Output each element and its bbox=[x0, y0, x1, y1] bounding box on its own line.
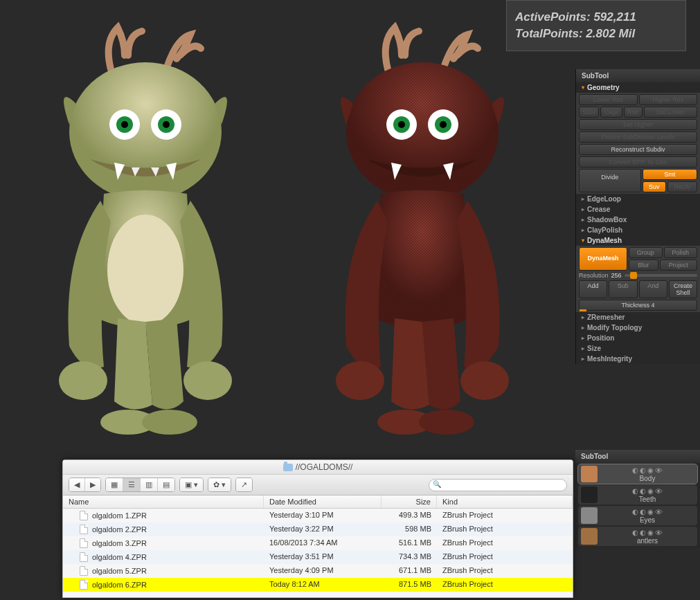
table-row[interactable]: olgaldom 1.ZPRYesterday 3:10 PM499.3 MBZ… bbox=[63, 509, 573, 522]
cage-button[interactable]: Cage bbox=[600, 107, 622, 118]
geometry-header[interactable]: Geometry bbox=[576, 82, 700, 93]
resolution-value: 256 bbox=[611, 272, 622, 279]
svg-point-8 bbox=[59, 361, 107, 400]
subtool-item[interactable]: ◐◐◉antlers bbox=[578, 527, 697, 546]
dynamesh-group[interactable]: Group bbox=[629, 247, 663, 258]
divide-button[interactable]: Divide bbox=[579, 169, 641, 192]
search-field[interactable] bbox=[429, 479, 567, 491]
character-render-wireframe bbox=[298, 14, 547, 443]
finder-column-headers: Name Date Modified Size Kind bbox=[63, 496, 573, 509]
smt-toggle[interactable]: Smt bbox=[643, 169, 698, 180]
table-row[interactable]: olgaldom 4.ZPRYesterday 3:51 PM734.3 MBZ… bbox=[63, 550, 573, 564]
subtool-list-panel: SubTool ◐◐◉Body◐◐◉Teeth◐◐◉Eyes◐◐◉antlers bbox=[575, 450, 700, 547]
thickness-slider[interactable]: Thickness 4 bbox=[579, 300, 697, 311]
back-button[interactable]: ◀ bbox=[69, 478, 85, 491]
svg-point-6 bbox=[163, 121, 170, 128]
search-input[interactable] bbox=[443, 481, 561, 489]
finder-rows: olgaldom 1.ZPRYesterday 3:10 PM499.3 MBZ… bbox=[63, 509, 573, 592]
column-date[interactable]: Date Modified bbox=[264, 496, 382, 508]
dynamesh-header[interactable]: DynaMesh bbox=[576, 235, 700, 246]
column-name[interactable]: Name bbox=[63, 496, 264, 508]
dynamesh-button[interactable]: DynaMesh bbox=[579, 247, 627, 271]
dynamesh-polish[interactable]: Polish bbox=[664, 247, 697, 258]
total-points-value: 2.802 Mil bbox=[586, 27, 635, 40]
forward-button[interactable]: ▶ bbox=[85, 478, 100, 491]
shadowbox-header[interactable]: ShadowBox bbox=[576, 215, 700, 225]
create-shell-button[interactable]: Create Shell bbox=[669, 280, 697, 298]
arrange-button[interactable]: ▣ ▾ bbox=[180, 478, 203, 491]
dynamesh-add[interactable]: Add bbox=[579, 280, 607, 298]
sdiv-slider[interactable]: SDiv bbox=[579, 107, 599, 118]
del-lower-button[interactable]: Del Lower bbox=[644, 107, 697, 118]
size-header[interactable]: Size bbox=[576, 343, 700, 354]
coverflow-view-button[interactable]: ▤ bbox=[158, 478, 174, 491]
convert-bpr-button[interactable]: Convert BPR To Geo bbox=[579, 156, 697, 167]
higher-res-button[interactable]: Higher Res bbox=[639, 94, 698, 105]
suv-toggle[interactable]: Suv bbox=[643, 181, 667, 192]
subtool-thumb bbox=[581, 487, 598, 503]
eye-icon[interactable] bbox=[655, 529, 663, 537]
share-button[interactable]: ↗ bbox=[236, 478, 252, 491]
subtool-toggles[interactable]: ◐◐◉ bbox=[632, 529, 663, 537]
freeze-subdiv-button[interactable]: Freeze SubDivision Levels bbox=[579, 131, 697, 143]
active-points-label: ActivePoints: bbox=[515, 10, 591, 24]
table-row[interactable]: olgaldom 3.ZPR16/08/2013 7:34 AM516.1 MB… bbox=[63, 536, 573, 550]
claypolish-header[interactable]: ClayPolish bbox=[576, 225, 700, 235]
column-view-button[interactable]: ▥ bbox=[141, 478, 158, 491]
nav-buttons: ◀ ▶ bbox=[69, 478, 101, 492]
subtool-thumb bbox=[581, 507, 598, 524]
crease-header[interactable]: Crease bbox=[576, 204, 700, 215]
reuv-button[interactable]: ReUV bbox=[667, 181, 697, 192]
resolution-label: Resolution bbox=[579, 272, 609, 279]
tool-panel: SubTool Geometry Lower Res Higher Res SD… bbox=[575, 69, 700, 364]
subtool-section-header[interactable]: SubTool bbox=[576, 69, 700, 82]
subtool-toggles[interactable]: ◐◐◉ bbox=[632, 508, 663, 516]
subtool-item[interactable]: ◐◐◉Body bbox=[578, 464, 697, 484]
table-row[interactable]: olgaldom 5.ZPRYesterday 4:09 PM671.1 MBZ… bbox=[63, 564, 573, 578]
svg-point-22 bbox=[460, 361, 509, 400]
modify-topology-header[interactable]: Modify Topology bbox=[576, 322, 700, 333]
subtool-thumb bbox=[581, 466, 598, 482]
mesh-integrity-header[interactable]: MeshIntegrity bbox=[576, 354, 700, 364]
viewport[interactable] bbox=[0, 0, 573, 460]
list-view-button[interactable]: ☰ bbox=[123, 478, 141, 491]
subtool-item[interactable]: ◐◐◉Teeth bbox=[578, 485, 697, 504]
subtool-toggles[interactable]: ◐◐◉ bbox=[632, 466, 663, 475]
eye-icon[interactable] bbox=[655, 508, 663, 516]
position-header[interactable]: Position bbox=[576, 333, 700, 343]
dynamesh-sub[interactable]: Sub bbox=[609, 280, 638, 298]
active-points-value: 592,211 bbox=[593, 10, 636, 24]
table-row[interactable]: olgaldom 2.ZPRYesterday 3:22 PM598 MBZBr… bbox=[63, 522, 573, 536]
dynamesh-and[interactable]: And bbox=[639, 280, 668, 298]
dynamesh-blur[interactable]: Blur bbox=[629, 260, 658, 271]
column-kind[interactable]: Kind bbox=[437, 496, 573, 508]
table-row[interactable]: olgaldom 6.ZPRToday 8:12 AM871.5 MBZBrus… bbox=[63, 578, 573, 592]
file-icon bbox=[80, 511, 88, 520]
column-size[interactable]: Size bbox=[382, 496, 437, 508]
geometry-body: Lower Res Higher Res SDiv Cage Rstr Del … bbox=[576, 93, 700, 194]
subtool-name: antlers bbox=[637, 537, 658, 545]
svg-point-3 bbox=[121, 121, 128, 128]
subtool-name: Teeth bbox=[639, 496, 656, 503]
svg-point-0 bbox=[69, 62, 222, 201]
subtool-name: Body bbox=[640, 475, 656, 482]
eye-icon[interactable] bbox=[655, 487, 663, 496]
del-higher-button[interactable]: Del Higher bbox=[579, 119, 697, 130]
dynamesh-project[interactable]: Project bbox=[660, 260, 698, 271]
subtool-item[interactable]: ◐◐◉Eyes bbox=[578, 506, 697, 525]
reconstruct-subdiv-button[interactable]: Reconstruct Subdiv bbox=[579, 144, 697, 155]
eye-icon[interactable] bbox=[655, 466, 663, 475]
edgeloop-header[interactable]: EdgeLoop bbox=[576, 194, 700, 204]
file-icon bbox=[80, 566, 88, 576]
svg-point-7 bbox=[107, 215, 183, 325]
action-button[interactable]: ✿ ▾ bbox=[208, 478, 231, 491]
rstr-button[interactable]: Rstr bbox=[624, 107, 643, 118]
icon-view-button[interactable]: ▦ bbox=[106, 478, 123, 491]
svg-point-14 bbox=[346, 62, 499, 201]
zremesher-header[interactable]: ZRemesher bbox=[576, 312, 700, 322]
lower-res-button[interactable]: Lower Res bbox=[579, 94, 638, 105]
resolution-slider[interactable]: Resolution 256 bbox=[579, 272, 697, 279]
subtool-list-header[interactable]: SubTool bbox=[575, 450, 700, 463]
subtool-toggles[interactable]: ◐◐◉ bbox=[632, 487, 663, 496]
svg-point-11 bbox=[142, 410, 197, 435]
